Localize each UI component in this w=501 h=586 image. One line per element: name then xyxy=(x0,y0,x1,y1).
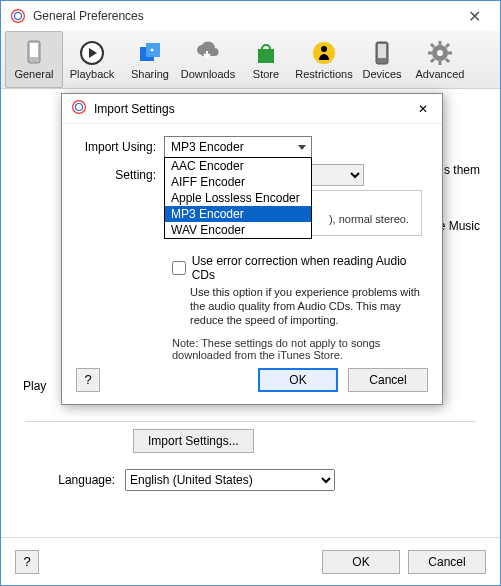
svg-line-19 xyxy=(431,44,434,47)
help-button[interactable]: ? xyxy=(15,550,39,574)
setting-label: Setting: xyxy=(76,168,164,182)
tab-general[interactable]: General xyxy=(5,31,63,88)
window-title: General Preferences xyxy=(33,9,144,23)
tab-label: Sharing xyxy=(131,68,169,80)
play-icon xyxy=(79,40,105,66)
error-correction-hint: Use this option if you experience proble… xyxy=(190,286,430,327)
tab-sharing[interactable]: Sharing xyxy=(121,31,179,88)
svg-point-1 xyxy=(15,13,22,20)
language-select[interactable]: English (United States) xyxy=(125,469,335,491)
tab-label: General xyxy=(14,68,53,80)
svg-rect-12 xyxy=(378,44,386,58)
svg-point-14 xyxy=(437,50,443,56)
settings-note: Note: These settings do not apply to son… xyxy=(172,337,430,361)
encoder-option[interactable]: MP3 Encoder xyxy=(165,206,311,222)
gear-icon xyxy=(427,40,453,66)
language-label: Language: xyxy=(25,473,125,487)
tab-advanced[interactable]: Advanced xyxy=(411,31,469,88)
encoder-option[interactable]: Apple Lossless Encoder xyxy=(165,190,311,206)
background-text-fragment: e Music xyxy=(439,219,480,233)
svg-line-20 xyxy=(446,59,449,62)
close-icon[interactable]: ✕ xyxy=(454,7,494,26)
tab-label: Advanced xyxy=(416,68,465,80)
tab-playback[interactable]: Playback xyxy=(63,31,121,88)
svg-point-9 xyxy=(313,42,335,64)
dialog-cancel-button[interactable]: Cancel xyxy=(348,368,428,392)
tab-label: Downloads xyxy=(181,68,235,80)
tab-label: Restrictions xyxy=(295,68,352,80)
background-text-fragment: s them xyxy=(444,163,480,177)
import-settings-dialog: Import Settings ✕ Import Using: MP3 Enco… xyxy=(61,93,443,405)
encoder-option[interactable]: AAC Encoder xyxy=(165,158,311,174)
tab-label: Store xyxy=(253,68,279,80)
svg-line-21 xyxy=(431,59,434,62)
restrictions-icon xyxy=(311,40,337,66)
sharing-icon xyxy=(137,40,163,66)
app-icon xyxy=(11,9,25,23)
error-correction-checkbox-row[interactable]: Use error correction when reading Audio … xyxy=(172,254,428,282)
import-settings-button[interactable]: Import Settings... xyxy=(133,429,254,453)
close-icon[interactable]: ✕ xyxy=(410,102,436,116)
tab-downloads[interactable]: Downloads xyxy=(179,31,237,88)
dialog-ok-button[interactable]: OK xyxy=(258,368,338,392)
svg-point-10 xyxy=(321,46,327,52)
import-using-label: Import Using: xyxy=(76,140,164,154)
svg-point-23 xyxy=(73,101,86,114)
svg-point-24 xyxy=(76,104,83,111)
app-icon xyxy=(72,100,86,117)
device-icon xyxy=(21,40,47,66)
window-titlebar: General Preferences ✕ xyxy=(1,1,500,31)
svg-point-0 xyxy=(12,10,25,23)
encoder-option[interactable]: AIFF Encoder xyxy=(165,174,311,190)
svg-rect-3 xyxy=(30,43,38,57)
encoder-dropdown-list: AAC Encoder AIFF Encoder Apple Lossless … xyxy=(164,157,312,239)
preferences-toolbar: General Playback Sharing Downloads Store… xyxy=(1,31,500,89)
cloud-download-icon xyxy=(195,40,221,66)
tab-label: Devices xyxy=(362,68,401,80)
tab-store[interactable]: Store xyxy=(237,31,295,88)
tab-devices[interactable]: Devices xyxy=(353,31,411,88)
encoder-option[interactable]: WAV Encoder xyxy=(165,222,311,238)
tab-restrictions[interactable]: Restrictions xyxy=(295,31,353,88)
dialog-help-button[interactable]: ? xyxy=(76,368,100,392)
import-using-combobox[interactable]: MP3 Encoder AAC Encoder AIFF Encoder App… xyxy=(164,136,312,158)
svg-rect-8 xyxy=(258,49,274,63)
background-label-fragment: Play xyxy=(23,379,46,393)
window-button-bar: ? OK Cancel xyxy=(1,537,500,585)
ok-button[interactable]: OK xyxy=(322,550,400,574)
tab-label: Playback xyxy=(70,68,115,80)
cancel-button[interactable]: Cancel xyxy=(408,550,486,574)
error-correction-checkbox[interactable] xyxy=(172,261,186,275)
devices-icon xyxy=(369,40,395,66)
dialog-title: Import Settings xyxy=(94,102,175,116)
error-correction-label: Use error correction when reading Audio … xyxy=(192,254,428,282)
store-icon xyxy=(253,40,279,66)
dialog-titlebar: Import Settings ✕ xyxy=(62,94,442,124)
svg-line-22 xyxy=(446,44,449,47)
import-using-value[interactable]: MP3 Encoder xyxy=(164,136,312,158)
